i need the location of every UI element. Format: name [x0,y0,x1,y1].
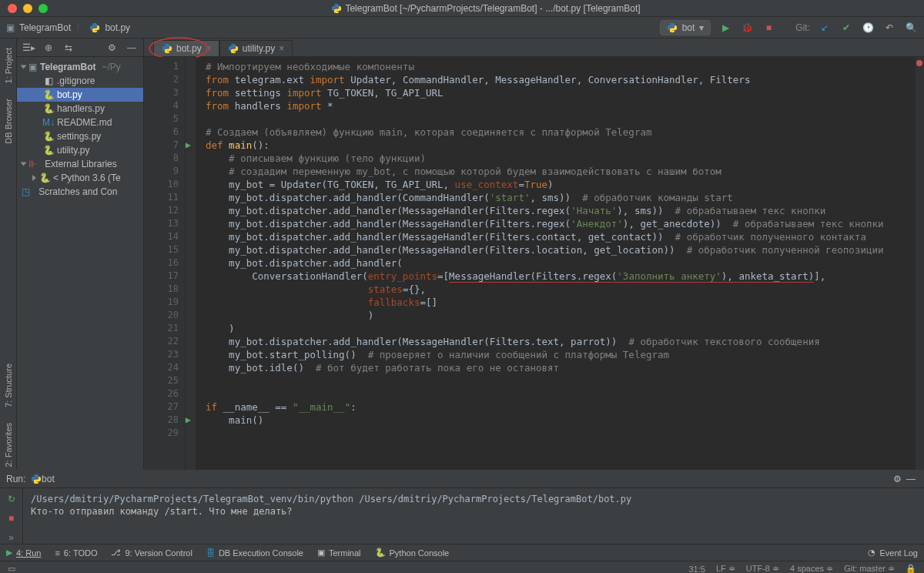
breadcrumb[interactable]: ▣ TelegramBot 〉 bot.py [6,21,130,34]
python-icon: 🐍 [375,548,386,558]
tree-root-label: TelegramBot [40,62,95,72]
breadcrumb-root[interactable]: TelegramBot [19,22,71,33]
vcs-update-button[interactable]: ↙ [818,21,832,35]
chevron-down-icon: ▾ [699,22,704,33]
structure-tool-button[interactable]: 7: Structure [4,360,13,410]
run-output-line: Кто-то отправил команду /start. Что мне … [31,505,916,518]
debug-button[interactable]: 🐞 [740,21,754,35]
tree-file[interactable]: 🐍handlers.py [17,102,143,116]
close-tab-button[interactable]: × [206,43,211,54]
project-panel: ☰▸ ⊕ ⇆ ⚙ — ▣ TelegramBot ~/Py ◧.gitignor… [17,39,144,470]
bottom-tool-window-bar: ▶4: Run ≡6: TODO ⎇9: Version Control 🗄DB… [0,544,924,561]
project-tool-button[interactable]: 1: Project [4,45,13,86]
terminal-tool-button[interactable]: ▣Terminal [317,548,361,558]
tree-external-libraries[interactable]: ⊪ External Libraries [17,157,143,171]
settings-icon[interactable]: ⚙ [105,41,119,55]
project-tree[interactable]: ▣ TelegramBot ~/Py ◧.gitignore 🐍bot.py 🐍… [17,57,143,202]
todo-tool-button[interactable]: ≡6: TODO [55,548,97,558]
tree-file[interactable]: M↓README.md [17,116,143,129]
favorites-tool-button[interactable]: 2: Favorites [4,420,13,470]
git-branch-selector[interactable]: Git: master ≑ [844,564,895,573]
error-indicator-icon[interactable] [916,60,922,66]
close-tab-button[interactable]: × [279,43,284,54]
run-output-line: /Users/dmitriy/PycharmProjects/TelegramB… [31,493,916,505]
rerun-button[interactable]: ↻ [5,493,18,506]
chevron-down-icon[interactable] [21,65,27,69]
gitignore-file-icon: ◧ [43,75,54,86]
maximize-window-button[interactable] [38,4,48,13]
chevron-right-icon: 〉 [75,21,85,34]
left-tool-window-bar: 1: Project DB Browser 7: Structure 2: Fa… [0,39,17,470]
run-config-name: bot [682,22,695,33]
run-tool-button[interactable]: ▶4: Run [6,548,41,558]
close-window-button[interactable] [8,4,17,13]
search-everywhere-button[interactable]: 🔍 [904,21,918,35]
hide-panel-button[interactable]: — [904,472,918,486]
python-file-icon: 🐍 [43,145,54,156]
tab-label: utility.py [243,43,275,54]
db-browser-tool-button[interactable]: DB Browser [4,96,13,147]
tree-file[interactable]: 🐍bot.py [17,88,143,102]
python-file-icon [228,43,239,54]
lock-icon[interactable]: 🔒 [906,564,916,573]
vcs-commit-button[interactable]: ✔ [839,21,853,35]
collapse-all-button[interactable]: ⇆ [62,41,75,55]
python-console-tool-button[interactable]: 🐍Python Console [375,548,450,558]
tree-scratches[interactable]: ◳ Scratches and Con [17,185,143,199]
titlebar: TelegramBot [~/PycharmProjects/TelegramB… [0,0,924,17]
vcs-history-button[interactable]: 🕑 [861,21,875,35]
db-console-tool-button[interactable]: 🗄DB Execution Console [206,548,303,558]
breadcrumb-file[interactable]: bot.py [105,22,130,33]
vcs-revert-button[interactable]: ↶ [882,21,896,35]
editor-tab-utility[interactable]: utility.py × [219,40,293,56]
chevron-right-icon[interactable] [32,175,36,181]
code-editor[interactable]: # Импортируем необходимые компоненты fro… [196,57,915,470]
minimize-window-button[interactable] [23,4,32,13]
settings-icon[interactable]: ⚙ [890,472,904,486]
stop-run-button[interactable]: ■ [5,512,18,525]
more-actions-button[interactable]: » [5,531,18,544]
run-panel-toolbar: ↻ ■ » [0,488,23,544]
cursor-position[interactable]: 31:5 [688,565,705,574]
run-output[interactable]: /Users/dmitriy/PycharmProjects/TelegramB… [23,488,924,544]
python-file-icon: 🐍 [43,89,54,100]
python-icon: 🐍 [39,173,50,183]
select-opened-file-button[interactable]: ☰▸ [22,41,35,55]
run-tool-window: Run: bot ⚙ — ↻ ■ » /Users/dmitriy/Pychar… [0,470,924,544]
stop-button[interactable]: ■ [762,21,775,35]
python-file-icon: 🐍 [43,103,54,114]
hide-panel-button[interactable]: — [125,41,139,55]
window-title-text: TelegramBot [~/PycharmProjects/TelegramB… [345,3,640,14]
tree-file[interactable]: 🐍settings.py [17,129,143,143]
target-icon[interactable]: ⊕ [42,41,55,55]
run-button[interactable]: ▶ [718,21,732,35]
error-stripe[interactable] [915,57,924,470]
event-log-icon: ◔ [868,548,875,558]
python-file-icon: 🐍 [43,131,54,142]
line-number-gutter[interactable]: 123 456 789 101112 131415 161718 192021 … [144,57,186,470]
tree-root[interactable]: ▣ TelegramBot ~/Py [17,60,143,74]
tree-file[interactable]: 🐍utility.py [17,143,143,157]
chevron-down-icon[interactable] [21,163,27,166]
fold-gutter[interactable] [186,57,196,470]
database-icon: 🗄 [206,548,215,558]
library-icon: ⊪ [28,159,36,169]
tree-file[interactable]: ◧.gitignore [17,74,143,88]
python-icon [667,22,678,33]
tree-python-sdk[interactable]: 🐍< Python 3.6 (Te [17,171,143,185]
window-title: TelegramBot [~/PycharmProjects/TelegramB… [48,3,924,14]
editor-tab-bot[interactable]: bot.py × [153,40,219,56]
status-bar: ▭ 31:5 LF ≑ UTF-8 ≑ 4 spaces ≑ Git: mast… [0,561,924,573]
event-log-tool-button[interactable]: ◔Event Log [868,548,918,558]
window-controls [0,4,48,13]
encoding-selector[interactable]: UTF-8 ≑ [746,564,779,573]
main-toolbar: ▣ TelegramBot 〉 bot.py bot ▾ ▶ 🐞 ■ Git: … [0,17,924,39]
line-separator-selector[interactable]: LF ≑ [716,564,735,573]
status-menu-button[interactable]: ▭ [8,564,15,573]
version-control-tool-button[interactable]: ⎇9: Version Control [111,548,192,558]
app-icon [331,3,342,14]
run-config-selector[interactable]: bot ▾ [660,20,711,35]
indent-selector[interactable]: 4 spaces ≑ [790,564,833,573]
python-icon [31,474,42,484]
project-panel-toolbar: ☰▸ ⊕ ⇆ ⚙ — [17,39,143,57]
